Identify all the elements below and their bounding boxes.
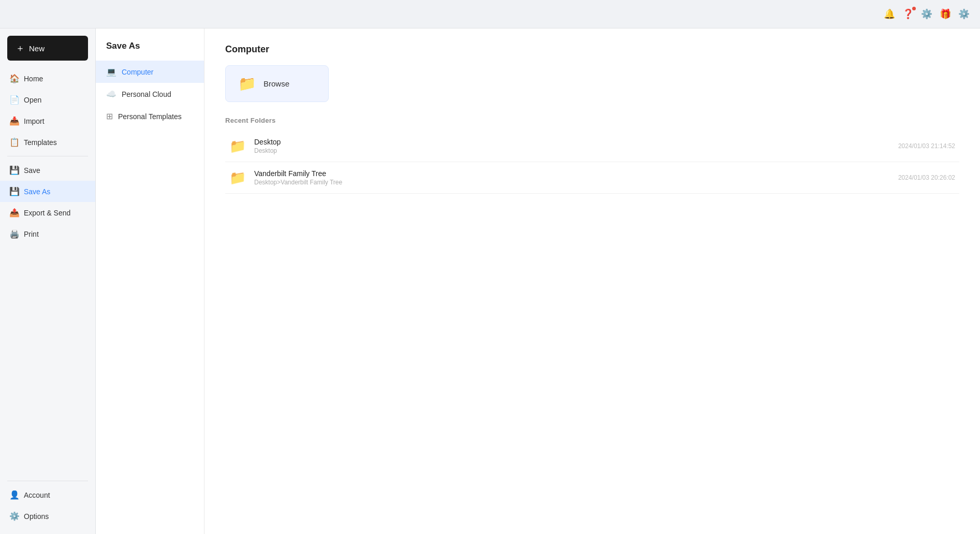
sidebar-item-account[interactable]: 👤 Account: [0, 484, 95, 506]
export-send-icon: 📤: [9, 208, 19, 218]
topbar-icons: 🔔 ❓ ⚙️ 🎁 ⚙️: [884, 8, 970, 20]
save-icon: 💾: [9, 165, 19, 175]
plus-icon: ＋: [16, 42, 25, 54]
save-as-icon: 💾: [9, 186, 19, 196]
account-icon: 👤: [9, 490, 19, 500]
topbar: 🔔 ❓ ⚙️ 🎁 ⚙️: [0, 0, 980, 28]
folder-icon: 📁: [229, 138, 246, 154]
save-as-item-label: Personal Cloud: [122, 90, 171, 98]
gift-icon[interactable]: 🎁: [940, 8, 951, 20]
folder-row-desktop[interactable]: 📁 Desktop Desktop 2024/01/03 21:14:52: [225, 131, 959, 162]
sidebar-nav: 🏠 Home 📄 Open 📥 Import 📋 Templates 💾 Sav…: [0, 66, 95, 473]
folder-path: Desktop: [254, 147, 890, 154]
sidebar-divider-bottom: [7, 481, 88, 481]
new-label: New: [29, 44, 45, 53]
cloud-icon: ☁️: [106, 89, 116, 99]
bell-icon[interactable]: 🔔: [884, 8, 895, 20]
save-as-panel: Save As 💻 Computer ☁️ Personal Cloud ⊞ P…: [96, 28, 204, 534]
sidebar-item-open[interactable]: 📄 Open: [0, 89, 95, 110]
new-button[interactable]: ＋ New: [7, 36, 88, 61]
sidebar-item-label: Options: [24, 512, 49, 521]
folder-row-vanderbilt[interactable]: 📁 Vanderbilt Family Tree Desktop>Vanderb…: [225, 162, 959, 194]
print-icon: 🖨️: [9, 229, 19, 239]
sidebar-item-label: Export & Send: [24, 209, 70, 217]
apps-icon[interactable]: ⚙️: [921, 8, 932, 20]
save-as-personal-cloud[interactable]: ☁️ Personal Cloud: [96, 83, 204, 105]
sidebar-item-print[interactable]: 🖨️ Print: [0, 223, 95, 244]
save-as-computer[interactable]: 💻 Computer: [96, 61, 204, 83]
sidebar: ＋ New 🏠 Home 📄 Open 📥 Import 📋 Templates: [0, 28, 96, 534]
sidebar-bottom: 👤 Account ⚙️ Options: [0, 473, 95, 534]
sidebar-item-label: Templates: [24, 138, 57, 147]
folder-list: 📁 Desktop Desktop 2024/01/03 21:14:52 📁 …: [225, 131, 959, 194]
import-icon: 📥: [9, 116, 19, 126]
sidebar-item-export-send[interactable]: 📤 Export & Send: [0, 202, 95, 223]
folder-date: 2024/01/03 21:14:52: [898, 142, 955, 150]
templates-icon: 📋: [9, 137, 19, 147]
folder-icon: 📁: [229, 170, 246, 186]
sidebar-divider: [7, 156, 88, 156]
sidebar-item-label: Save As: [24, 187, 50, 196]
folder-date: 2024/01/03 20:26:02: [898, 174, 955, 181]
save-as-item-label: Personal Templates: [118, 112, 182, 121]
sidebar-item-save[interactable]: 💾 Save: [0, 160, 95, 181]
templates-grid-icon: ⊞: [106, 111, 113, 121]
home-icon: 🏠: [9, 74, 19, 83]
sidebar-item-import[interactable]: 📥 Import: [0, 110, 95, 132]
sidebar-item-label: Import: [24, 117, 45, 125]
sidebar-item-home[interactable]: 🏠 Home: [0, 68, 95, 89]
sidebar-item-label: Account: [24, 491, 50, 499]
sidebar-item-label: Print: [24, 230, 39, 238]
save-as-item-label: Computer: [122, 68, 153, 76]
folder-name: Vanderbilt Family Tree: [254, 169, 890, 178]
computer-icon: 💻: [106, 67, 116, 77]
folder-name: Desktop: [254, 138, 890, 146]
folder-path: Desktop>Vanderbilt Family Tree: [254, 179, 890, 186]
sidebar-item-save-as[interactable]: 💾 Save As: [0, 181, 95, 202]
save-as-title: Save As: [96, 41, 204, 61]
main-layout: ＋ New 🏠 Home 📄 Open 📥 Import 📋 Templates: [0, 28, 980, 534]
folder-info: Desktop Desktop: [254, 138, 890, 154]
question-icon[interactable]: ❓: [902, 8, 914, 20]
sidebar-item-options[interactable]: ⚙️ Options: [0, 506, 95, 527]
sidebar-item-templates[interactable]: 📋 Templates: [0, 132, 95, 153]
sidebar-item-label: Home: [24, 75, 43, 83]
options-icon: ⚙️: [9, 511, 19, 521]
browse-label: Browse: [264, 79, 289, 88]
open-icon: 📄: [9, 95, 19, 105]
settings-icon[interactable]: ⚙️: [958, 8, 970, 20]
content-area: Computer 📁 Browse Recent Folders 📁 Deskt…: [204, 28, 980, 534]
sidebar-item-label: Open: [24, 96, 41, 104]
browse-card[interactable]: 📁 Browse: [225, 65, 329, 102]
browse-folder-icon: 📁: [238, 75, 256, 92]
recent-folders-label: Recent Folders: [225, 117, 959, 124]
sidebar-item-label: Save: [24, 166, 40, 175]
folder-info: Vanderbilt Family Tree Desktop>Vanderbil…: [254, 169, 890, 186]
content-title: Computer: [225, 44, 959, 55]
save-as-personal-templates[interactable]: ⊞ Personal Templates: [96, 105, 204, 127]
